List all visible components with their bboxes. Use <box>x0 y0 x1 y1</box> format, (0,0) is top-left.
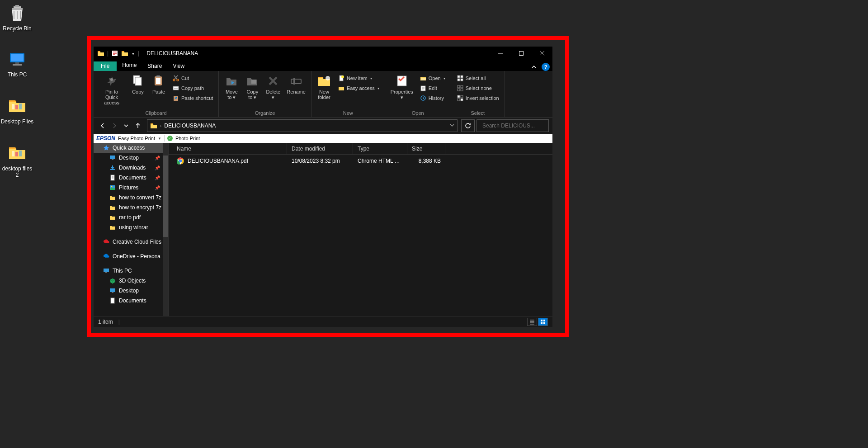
file-type: Chrome HTML Do... <box>353 158 407 164</box>
recent-locations-button[interactable] <box>121 120 132 131</box>
nav-onedrive[interactable]: OneDrive - Persona <box>94 251 168 261</box>
star-icon <box>103 144 110 151</box>
ribbon: Pin to Quick access Copy Paste Cut Copy … <box>94 71 552 118</box>
invert-selection-button[interactable]: Invert selection <box>455 94 501 103</box>
search-box[interactable] <box>476 119 549 132</box>
nav-documents-2[interactable]: Documents <box>94 296 168 306</box>
edit-button[interactable]: Edit <box>418 84 447 93</box>
column-name[interactable]: Name˄ <box>169 143 287 154</box>
select-all-button[interactable]: Select all <box>455 74 501 83</box>
nav-folder-3[interactable]: rar to pdf <box>94 212 168 222</box>
nav-documents[interactable]: Documents📌 <box>94 173 168 183</box>
svg-rect-40 <box>461 89 463 91</box>
back-button[interactable] <box>97 120 108 131</box>
file-row[interactable]: DELICIOUSBANANA.pdf 10/08/2023 8:32 pm C… <box>169 155 552 167</box>
tab-home[interactable]: Home <box>117 61 142 71</box>
ribbon-group-open: Properties▾ Open▾ Edit History Open <box>385 71 451 117</box>
titlebar[interactable]: | ▾ | DELICIOUSBANANA <box>94 47 552 60</box>
svg-rect-25 <box>291 79 301 84</box>
copy-path-button[interactable]: Copy path <box>170 84 215 93</box>
window-title: DELICIOUSBANANA <box>146 50 198 57</box>
new-item-button[interactable]: New item▾ <box>336 74 381 83</box>
breadcrumb-current[interactable]: DELICIOUSBANANA <box>164 123 216 129</box>
move-to-icon <box>224 74 239 88</box>
history-button[interactable]: History <box>418 94 447 103</box>
desktop-icon-desktop-files[interactable]: Desktop Files <box>0 95 34 125</box>
paste-shortcut-button[interactable]: Paste shortcut <box>170 94 215 103</box>
copy-to-button[interactable]: Copyto ▾ <box>243 73 261 101</box>
nav-scrollbar[interactable] <box>163 143 168 316</box>
chevron-right-icon[interactable]: › <box>160 123 161 128</box>
column-size[interactable]: Size <box>407 143 445 154</box>
nav-folder-1[interactable]: how to convert 7z <box>94 193 168 203</box>
paste-button[interactable]: Paste <box>150 73 168 95</box>
open-button[interactable]: Open▾ <box>418 74 447 83</box>
svg-rect-34 <box>461 75 463 78</box>
cut-button[interactable]: Cut <box>170 74 215 83</box>
desktop-icon-recycle-bin[interactable]: Recycle Bin <box>0 2 34 32</box>
folder-icon <box>97 50 104 57</box>
desktop-icon-label: Desktop Files <box>0 118 34 125</box>
svg-rect-39 <box>458 89 460 91</box>
properties-button[interactable]: Properties▾ <box>389 73 415 101</box>
select-none-button[interactable]: Select none <box>455 84 501 93</box>
maximize-button[interactable] <box>511 47 532 60</box>
desktop-icon-desktop-files-2[interactable]: desktop files 2 <box>0 142 34 178</box>
easy-photo-print-button[interactable]: Easy Photo Print <box>118 136 155 141</box>
minimize-button[interactable] <box>490 47 511 60</box>
tab-share[interactable]: Share <box>142 61 167 71</box>
pin-to-quick-access-button[interactable]: Pin to Quick access <box>97 73 126 106</box>
svg-rect-18 <box>156 75 160 77</box>
nav-quick-access[interactable]: Quick access <box>94 143 168 153</box>
forward-button[interactable] <box>109 120 120 131</box>
details-view-button[interactable] <box>527 318 537 326</box>
help-button[interactable]: ? <box>542 63 550 71</box>
column-type[interactable]: Type <box>353 143 407 154</box>
chrome-icon <box>177 157 184 165</box>
nav-creative-cloud[interactable]: Creative Cloud Files <box>94 237 168 247</box>
nav-desktop[interactable]: Desktop📌 <box>94 153 168 163</box>
svg-rect-4 <box>15 62 19 64</box>
folder-small-icon[interactable] <box>121 50 128 57</box>
delete-button[interactable]: Delete▾ <box>264 73 282 101</box>
move-to-button[interactable]: Moveto ▾ <box>222 73 241 101</box>
nav-downloads[interactable]: Downloads📌 <box>94 163 168 173</box>
easy-access-button[interactable]: Easy access▾ <box>336 84 381 93</box>
svg-rect-59 <box>541 320 542 321</box>
close-button[interactable] <box>532 47 552 60</box>
separator: | <box>107 50 108 57</box>
nav-3d-objects[interactable]: 3D Objects <box>94 276 168 286</box>
svg-rect-3 <box>11 54 24 61</box>
desktop-icon-this-pc[interactable]: This PC <box>0 48 34 78</box>
file-rows: DELICIOUSBANANA.pdf 10/08/2023 8:32 pm C… <box>169 155 552 316</box>
recycle-bin-icon <box>6 2 28 24</box>
tab-view[interactable]: View <box>167 61 190 71</box>
photo-print-button[interactable]: Photo Print <box>175 136 200 141</box>
qat-dropdown[interactable]: ▾ <box>131 51 135 56</box>
svg-rect-6 <box>12 104 14 109</box>
new-item-icon <box>338 75 345 82</box>
svg-rect-13 <box>519 52 524 56</box>
select-none-icon <box>457 85 464 92</box>
svg-point-21 <box>177 79 179 81</box>
nav-this-pc[interactable]: This PC <box>94 266 168 276</box>
collapse-ribbon-button[interactable] <box>530 63 538 71</box>
tab-file[interactable]: File <box>94 61 117 71</box>
properties-icon[interactable] <box>111 50 118 57</box>
rename-button[interactable]: Rename <box>285 73 307 95</box>
copy-button[interactable]: Copy <box>129 73 147 95</box>
address-bar[interactable]: › DELICIOUSBANANA <box>147 119 458 132</box>
up-button[interactable] <box>132 120 143 131</box>
main-content: Quick access Desktop📌 Downloads📌 Documen… <box>94 143 552 316</box>
new-folder-button[interactable]: Newfolder <box>315 73 333 101</box>
nav-folder-4[interactable]: using winrar <box>94 222 168 232</box>
nav-desktop-2[interactable]: Desktop <box>94 286 168 296</box>
address-dropdown[interactable] <box>450 123 454 129</box>
nav-folder-2[interactable]: how to encrypt 7z <box>94 203 168 212</box>
rename-icon <box>289 74 303 88</box>
ribbon-group-label: Clipboard <box>97 109 215 116</box>
refresh-button[interactable] <box>461 119 475 132</box>
search-input[interactable] <box>482 123 550 129</box>
icons-view-button[interactable] <box>538 318 548 326</box>
nav-pictures[interactable]: Pictures📌 <box>94 183 168 193</box>
